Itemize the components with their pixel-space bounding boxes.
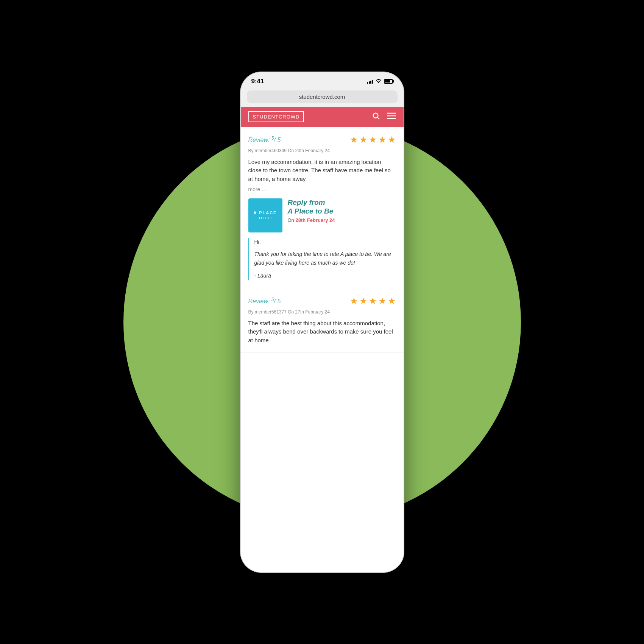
review-meta-2: By member561377 On 27th February 24 — [248, 309, 396, 315]
reply-signature: - Laura — [254, 271, 396, 280]
wifi-icon — [376, 78, 382, 84]
reply-logo-top: A PLACEto be! — [254, 211, 277, 220]
star-rating-2: ★ ★ ★ ★ ★ — [350, 296, 396, 306]
reply-greeting: Hi, — [254, 238, 396, 246]
review-label-1: Review: 5/ 5 — [248, 136, 281, 143]
scroll-content[interactable]: Review: 5/ 5 ★ ★ ★ ★ ★ By member460349 O… — [241, 127, 404, 572]
review-card-2: Review: 5/ 5 ★ ★ ★ ★ ★ By member561377 O… — [241, 288, 404, 353]
menu-icon[interactable] — [387, 112, 396, 121]
star-rating-1: ★ ★ ★ ★ ★ — [350, 134, 396, 145]
phone-frame: 9:41 studentcrowd.c — [241, 72, 404, 572]
review-meta-1: By member460349 On 20th February 24 — [248, 148, 396, 153]
svg-line-1 — [377, 117, 379, 119]
logo-box: STUDENTCROWD — [248, 111, 304, 122]
nav-icons — [372, 112, 396, 122]
star-5: ★ — [388, 296, 396, 306]
nav-bar: STUDENTCROWD — [241, 107, 404, 127]
url-bar[interactable]: studentcrowd.com — [247, 90, 398, 103]
scene: 9:41 studentcrowd.c — [0, 0, 644, 644]
more-link-1[interactable]: more ... — [248, 186, 396, 192]
star-1: ★ — [350, 296, 358, 306]
signal-icon — [367, 79, 373, 84]
reply-section-1: A PLACEto be! Reply from A Place to Be O… — [248, 198, 396, 232]
status-icons — [367, 78, 393, 84]
review-card-1: Review: 5/ 5 ★ ★ ★ ★ ★ By member460349 O… — [241, 127, 404, 288]
star-2: ★ — [359, 134, 368, 145]
reply-place-name: A Place to Be — [288, 207, 335, 216]
logo-student: STUDENT — [253, 114, 279, 120]
status-bar: 9:41 — [241, 72, 404, 88]
star-5: ★ — [388, 134, 396, 145]
star-4: ★ — [378, 296, 387, 306]
star-3: ★ — [369, 296, 377, 306]
review-text-2: The staff are the best thing about this … — [248, 319, 396, 345]
phone-mockup: 9:41 studentcrowd.c — [241, 72, 404, 572]
reply-info: Reply from A Place to Be On 28th Februar… — [288, 198, 335, 223]
star-4: ★ — [378, 134, 387, 145]
battery-icon — [384, 79, 393, 84]
star-2: ★ — [359, 296, 368, 306]
browser-bar: studentcrowd.com — [241, 88, 404, 107]
reply-body-1: Hi, Thank you for taking the time to rat… — [248, 238, 396, 280]
logo-crowd: CROWD — [279, 114, 300, 120]
star-3: ★ — [369, 134, 377, 145]
phone-content: STUDENTCROWD — [241, 107, 404, 572]
review-header-2: Review: 5/ 5 ★ ★ ★ ★ ★ — [248, 296, 396, 306]
reply-date: On 28th February 24 — [288, 217, 335, 223]
review-text-1: Love my accommodation, it is in an amazi… — [248, 158, 396, 184]
status-time: 9:41 — [251, 78, 264, 85]
review-header-1: Review: 5/ 5 ★ ★ ★ ★ ★ — [248, 134, 396, 145]
search-icon[interactable] — [372, 112, 380, 122]
reply-from-label: Reply from — [288, 198, 335, 207]
review-label-2: Review: 5/ 5 — [248, 297, 281, 305]
logo-text: STUDENTCROWD — [253, 114, 300, 120]
star-1: ★ — [350, 134, 358, 145]
svg-point-0 — [373, 113, 378, 118]
reply-logo: A PLACEto be! — [248, 198, 282, 232]
reply-text: Thank you for taking the time to rate A … — [254, 250, 396, 267]
